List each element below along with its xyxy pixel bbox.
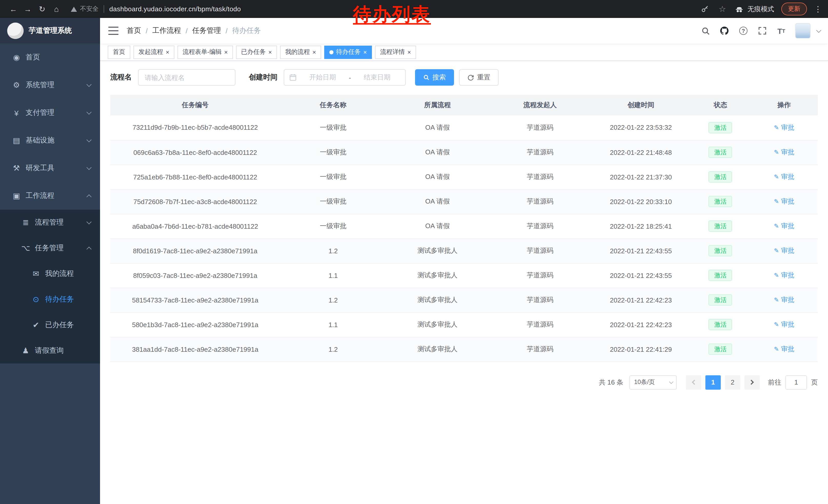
tab-home[interactable]: 首页: [108, 45, 130, 59]
page-size-select[interactable]: 10条/页: [629, 375, 677, 390]
approve-link[interactable]: ✎审批: [774, 123, 794, 132]
page-content: 流程名 创建时间 开始日期 - 结束日期 搜索 重: [100, 61, 828, 504]
incognito-icon: [735, 4, 744, 13]
close-icon[interactable]: ×: [313, 49, 316, 55]
sidebar-item-label: 研发工具: [26, 164, 54, 173]
app-logo[interactable]: 芋道管理系统: [0, 18, 100, 44]
close-icon[interactable]: ×: [363, 49, 367, 55]
goto-page-input[interactable]: [785, 375, 807, 390]
back-button[interactable]: ←: [6, 5, 20, 13]
sidebar-item-payment[interactable]: ¥ 支付管理: [0, 99, 100, 127]
sidebar-item-leave-query[interactable]: ♟ 请假查询: [0, 338, 100, 364]
browser-window: ← → ↻ ⌂ 不安全 dashboard.yudao.iocoder.cn/b…: [0, 0, 828, 504]
sidebar: 芋道管理系统 ◉ 首页 ⚙ 系统管理 ¥ 支付管理 ▤ 基础设施: [0, 18, 100, 504]
col-header-process: 所属流程: [386, 95, 489, 116]
page-button-2[interactable]: 2: [725, 375, 740, 390]
sidebar-item-label: 工作流程: [26, 191, 54, 200]
sidebar-item-label: 流程管理: [35, 218, 64, 227]
approve-link[interactable]: ✎审批: [774, 246, 794, 255]
tab-process-detail[interactable]: 流程详情 ×: [375, 45, 416, 59]
cell-task-id: 75d72608-7b7f-11ec-a3c8-acde48001122: [110, 189, 280, 214]
close-icon[interactable]: ×: [166, 49, 169, 55]
close-icon[interactable]: ×: [224, 49, 228, 55]
search-button[interactable]: 搜索: [415, 69, 454, 86]
cell-process: OA 请假: [386, 116, 489, 140]
page-button-1[interactable]: 1: [705, 375, 721, 390]
close-icon[interactable]: ×: [407, 49, 411, 55]
sidebar-item-system[interactable]: ⚙ 系统管理: [0, 71, 100, 99]
breadcrumb-workflow[interactable]: 工作流程: [152, 26, 181, 35]
table-row: 58154733-7ac8-11ec-a9e2-a2380e71991a1.2测…: [110, 288, 818, 312]
reset-button[interactable]: 重置: [459, 69, 499, 86]
divider: [104, 5, 104, 13]
cell-created: 2022-01-22 18:25:41: [591, 214, 690, 238]
approve-link[interactable]: ✎审批: [774, 172, 794, 182]
cell-initiator: 芋道源码: [489, 263, 591, 288]
sidebar-item-done-tasks[interactable]: ✔ 已办任务: [0, 312, 100, 338]
sidebar-item-todo-tasks[interactable]: ⊙ 待办任务: [0, 287, 100, 312]
active-tab-dot: [329, 50, 333, 54]
password-key-icon[interactable]: [700, 4, 710, 14]
sidebar-item-devtools[interactable]: ⚒ 研发工具: [0, 154, 100, 182]
refresh-button[interactable]: ↻: [35, 4, 49, 13]
approve-link[interactable]: ✎审批: [774, 197, 794, 206]
bookmark-star-icon[interactable]: ☆: [717, 4, 728, 14]
sidebar-item-process-management[interactable]: ≣ 流程管理: [0, 210, 100, 235]
approve-link[interactable]: ✎审批: [774, 320, 794, 329]
search-icon[interactable]: [700, 26, 710, 36]
tab-form-edit[interactable]: 流程表单-编辑 ×: [177, 45, 233, 59]
payment-icon: ¥: [10, 108, 23, 117]
sidebar-item-task-management[interactable]: ⌥ 任务管理: [0, 235, 100, 261]
process-name-input[interactable]: [138, 69, 236, 86]
sidebar-item-workflow[interactable]: ▣ 工作流程: [0, 182, 100, 210]
pagination: 共 16 条 10条/页 1 2 前往 页: [110, 375, 818, 390]
forward-button[interactable]: →: [20, 5, 35, 13]
sidebar-toggle-icon[interactable]: [108, 27, 119, 35]
fullscreen-icon[interactable]: [757, 26, 768, 36]
browser-update-button[interactable]: 更新: [781, 3, 807, 15]
tab-todo-tasks[interactable]: 待办任务 ×: [324, 45, 372, 59]
github-icon[interactable]: [719, 26, 730, 36]
help-icon[interactable]: ?: [738, 26, 748, 36]
cell-actions: ✎审批: [750, 337, 818, 362]
font-size-icon[interactable]: TT: [776, 26, 786, 36]
home-button[interactable]: ⌂: [49, 5, 64, 13]
sidebar-item-infrastructure[interactable]: ▤ 基础设施: [0, 127, 100, 154]
tab-my-process[interactable]: 我的流程 ×: [280, 45, 321, 59]
cell-status: 激活: [691, 337, 750, 362]
approve-link[interactable]: ✎审批: [774, 295, 794, 305]
edit-icon: ✎: [774, 247, 779, 254]
cell-status: 激活: [691, 288, 750, 312]
edit-icon: ✎: [774, 149, 779, 156]
date-range-picker[interactable]: 开始日期 - 结束日期: [284, 69, 406, 86]
col-header-task-name: 任务名称: [280, 95, 386, 116]
breadcrumb-home[interactable]: 首页: [127, 26, 141, 35]
tab-start-process[interactable]: 发起流程 ×: [133, 45, 174, 59]
cell-status: 激活: [691, 238, 750, 263]
col-header-initiator: 流程发起人: [489, 95, 591, 116]
tab-done-tasks[interactable]: 已办任务 ×: [236, 45, 277, 59]
create-time-label: 创建时间: [249, 73, 278, 82]
browser-menu-icon[interactable]: ⋮: [814, 4, 822, 13]
approve-link[interactable]: ✎审批: [774, 271, 794, 280]
next-page-button[interactable]: [744, 375, 760, 390]
sidebar-item-home[interactable]: ◉ 首页: [0, 44, 100, 71]
close-icon[interactable]: ×: [268, 49, 272, 55]
cell-actions: ✎审批: [750, 189, 818, 214]
sidebar-item-label: 待办任务: [45, 295, 74, 304]
url-bar[interactable]: 不安全 dashboard.yudao.iocoder.cn/bpm/task/…: [71, 5, 241, 13]
status-badge: 激活: [709, 221, 732, 232]
cell-created: 2022-01-22 21:37:30: [591, 165, 690, 189]
sidebar-item-my-process[interactable]: ✉ 我的流程: [0, 261, 100, 287]
prev-page-button[interactable]: [686, 375, 701, 390]
cell-task-id: 381aa1dd-7ac8-11ec-a9e2-a2380e71991a: [110, 337, 280, 362]
cell-initiator: 芋道源码: [489, 288, 591, 312]
approve-link[interactable]: ✎审批: [774, 345, 794, 354]
avatar-caret-icon[interactable]: [816, 28, 821, 33]
user-avatar[interactable]: [795, 23, 811, 39]
approve-link[interactable]: ✎审批: [774, 148, 794, 157]
approve-link[interactable]: ✎审批: [774, 222, 794, 231]
breadcrumb-task-management[interactable]: 任务管理: [192, 26, 221, 35]
chevron-up-icon: [86, 194, 92, 199]
cell-process: 测试多审批人: [386, 288, 489, 312]
